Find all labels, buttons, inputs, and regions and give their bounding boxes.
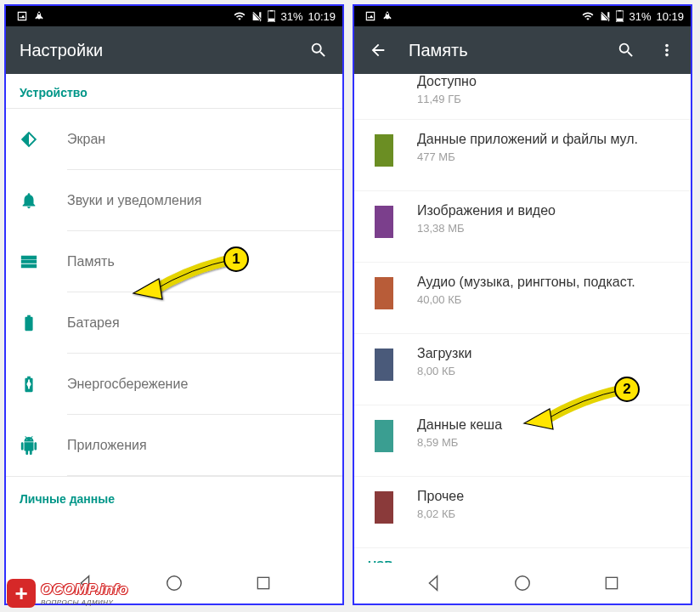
more-button[interactable] (657, 40, 677, 60)
ocomp-tagline: ВОПРОСЫ АДМИНУ (41, 598, 128, 606)
storage-row[interactable]: Аудио (музыка, рингтоны, подкаст.40,00 К… (354, 263, 691, 334)
storage-size: 8,02 КБ (417, 507, 677, 520)
search-button[interactable] (308, 40, 329, 60)
storage-size: 8,59 МБ (417, 436, 677, 449)
color-swatch (375, 76, 393, 109)
battery-icon (616, 10, 624, 22)
battery-icon (20, 314, 38, 332)
color-swatch (375, 491, 393, 524)
nav-recent[interactable] (251, 571, 275, 595)
item-label: Приложения (67, 438, 329, 453)
svg-point-3 (167, 576, 182, 591)
storage-label: Доступно (417, 74, 677, 89)
item-battery[interactable]: Батарея (6, 292, 342, 354)
svg-rect-2 (268, 19, 274, 22)
svg-rect-4 (258, 577, 269, 588)
storage-size: 40,00 КБ (417, 293, 677, 306)
nav-home[interactable] (162, 571, 186, 595)
wifi-icon (581, 10, 595, 22)
nav-recent[interactable] (600, 571, 624, 595)
phone-screen-1: 31% 10:19 Настройки Устройство Экран Зву… (4, 4, 344, 605)
color-swatch (375, 134, 393, 167)
item-label: Память (67, 254, 329, 269)
storage-row[interactable]: Загрузки8,00 КБ (354, 334, 691, 405)
storage-row[interactable]: Прочее8,02 КБ (354, 477, 691, 548)
bell-icon (20, 191, 38, 210)
recent-icon (255, 575, 272, 592)
storage-row[interactable]: Данные приложений и файлы мул.477 МБ (354, 120, 691, 191)
clock: 10:19 (308, 10, 336, 23)
clock: 10:19 (656, 10, 684, 23)
color-swatch (375, 277, 393, 309)
item-storage[interactable]: Память (6, 231, 342, 292)
item-power-saving[interactable]: Энергосбережение (6, 354, 342, 415)
item-label: Экран (67, 132, 329, 147)
no-sim-icon (600, 10, 611, 22)
storage-label: Изображения и видео (417, 203, 677, 218)
item-label: Энергосбережение (67, 377, 329, 392)
color-swatch (375, 206, 393, 238)
storage-label: Загрузки (417, 346, 677, 361)
back-button[interactable] (368, 40, 388, 60)
storage-size: 8,00 КБ (417, 365, 677, 377)
storage-row[interactable]: Изображения и видео13,38 МБ (354, 191, 691, 263)
no-sim-icon (251, 10, 262, 22)
page-title: Настройки (20, 41, 288, 60)
more-vert-icon (658, 41, 676, 60)
usb-section: USB-накопитель (354, 548, 691, 563)
storage-list: Доступно11,49 ГБДанные приложений и файл… (354, 74, 691, 563)
home-icon (513, 574, 532, 592)
storage-label: Данные приложений и файлы мул. (417, 132, 677, 147)
storage-size: 13,38 МБ (417, 222, 677, 235)
svg-rect-6 (618, 10, 622, 11)
storage-row[interactable]: Доступно11,49 ГБ (354, 74, 691, 120)
item-display[interactable]: Экран (6, 109, 342, 170)
color-swatch (375, 420, 393, 452)
svg-rect-9 (607, 577, 618, 588)
status-bar: 31% 10:19 (354, 6, 691, 26)
picture-icon (16, 10, 28, 22)
section-personal: Личные данные (6, 476, 342, 509)
power-saving-icon (20, 375, 38, 394)
storage-label: Данные кеша (417, 417, 677, 433)
nav-back[interactable] (421, 571, 445, 595)
callout-badge-1: 1 (223, 246, 249, 272)
callout-badge-2: 2 (614, 377, 640, 402)
battery-icon (268, 10, 275, 22)
ocomp-watermark: + OCOMP.info ВОПРОСЫ АДМИНУ (7, 579, 128, 608)
item-apps[interactable]: Приложения (6, 415, 342, 476)
item-label: Звуки и уведомления (67, 193, 329, 208)
home-icon (165, 574, 183, 592)
recent-icon (603, 575, 620, 592)
app-bar: Настройки (6, 26, 342, 74)
storage-label: Прочее (417, 489, 677, 504)
storage-icon (20, 252, 38, 271)
nav-home[interactable] (511, 571, 534, 595)
storage-row[interactable]: Данные кеша8,59 МБ (354, 405, 691, 477)
item-label: Батарея (67, 315, 329, 331)
rocket-icon (381, 10, 393, 22)
page-title: Память (409, 41, 596, 60)
search-icon (617, 41, 635, 60)
storage-size: 477 МБ (417, 150, 677, 163)
ocomp-domain: OCOMP.info (41, 581, 128, 598)
android-icon (20, 436, 38, 455)
nav-bar (354, 563, 691, 604)
wifi-icon (233, 10, 246, 22)
phone-screen-2: 31% 10:19 Память Доступно11,49 ГБДанные … (353, 4, 692, 605)
app-bar: Память (354, 26, 691, 74)
section-device: Устройство (6, 74, 342, 109)
storage-label: Аудио (музыка, рингтоны, подкаст. (417, 275, 677, 290)
status-bar: 31% 10:19 (6, 6, 342, 26)
rocket-icon (33, 10, 45, 22)
picture-icon (364, 10, 376, 22)
plus-icon: + (7, 579, 36, 608)
back-icon (424, 574, 443, 592)
battery-percent: 31% (280, 10, 302, 23)
search-icon (309, 41, 328, 60)
item-sound[interactable]: Звуки и уведомления (6, 170, 342, 231)
arrow-back-icon (369, 41, 387, 60)
svg-point-8 (516, 576, 530, 591)
search-button[interactable] (616, 40, 636, 60)
storage-size: 11,49 ГБ (417, 93, 677, 105)
